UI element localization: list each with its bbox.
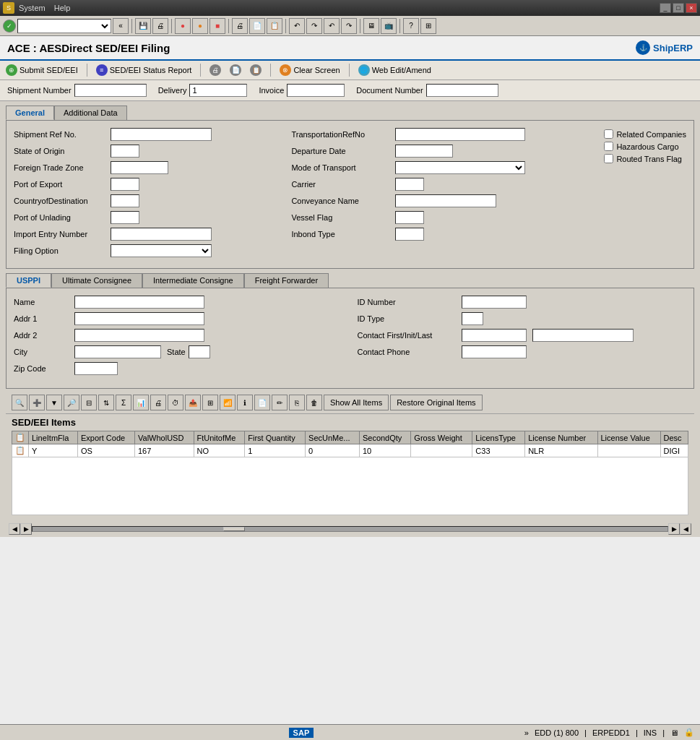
items-add-btn[interactable]: ➕ [29, 395, 45, 410]
toolbar-btn4[interactable]: 🖨 [232, 18, 248, 34]
items-grid-btn[interactable]: ⊞ [202, 395, 218, 410]
maximize-button[interactable]: □ [673, 3, 684, 13]
usppi-contact-last-input[interactable] [532, 329, 634, 342]
web-edit-button[interactable]: 🌐 Web Edit/Amend [358, 64, 431, 76]
restore-original-items-button[interactable]: Restore Original Items [390, 395, 482, 410]
scroll-right-btn[interactable]: ▶ [20, 523, 32, 535]
tab-usppi[interactable]: USPPI [6, 273, 51, 288]
tab-freight-forwarder[interactable]: Freight Forwarder [244, 273, 329, 288]
clear-screen-button[interactable]: ⊗ Clear Screen [280, 64, 340, 76]
usppi-zip-input[interactable] [74, 362, 118, 375]
usppi-city-input[interactable] [74, 345, 161, 358]
minimize-button[interactable]: _ [660, 3, 671, 13]
related-companies-checkbox[interactable] [604, 129, 613, 139]
usppi-contact-first-input[interactable] [462, 329, 527, 342]
print-button3[interactable]: 📋 [250, 64, 262, 76]
help-menu[interactable]: Help [54, 4, 71, 12]
items-sort-btn[interactable]: ⇅ [98, 395, 114, 410]
items-info-btn[interactable]: ℹ [237, 395, 253, 410]
toolbar-print[interactable]: 🖨 [152, 18, 168, 34]
document-number-input[interactable] [426, 84, 498, 97]
toolbar-help[interactable]: ? [403, 18, 419, 34]
print-button1[interactable]: 🖨 [209, 64, 221, 76]
tab-additional-data[interactable]: Additional Data [54, 106, 127, 120]
toolbar-dropdown[interactable] [17, 19, 111, 33]
vessel-flag-input[interactable] [395, 211, 424, 224]
items-clock-btn[interactable]: ⏱ [168, 395, 183, 410]
status-report-button[interactable]: ≡ SED/EEI Status Report [96, 64, 192, 76]
port-of-export-input[interactable] [111, 178, 139, 191]
close-button[interactable]: × [686, 3, 697, 13]
print-button2[interactable]: 📄 [230, 64, 241, 76]
invoice-input[interactable] [287, 84, 345, 97]
routed-trans-check[interactable]: Routed Trans Flag [604, 154, 686, 163]
items-filter2-btn[interactable]: ⊟ [81, 395, 97, 410]
toolbar-save[interactable]: 💾 [135, 18, 151, 34]
horizontal-scrollbar[interactable]: ◀ ▶ ▶ ◀ [6, 521, 694, 537]
scroll-thumb[interactable] [223, 527, 245, 531]
toolbar-btn5[interactable]: 📄 [249, 18, 265, 34]
mode-transport-select[interactable] [395, 161, 525, 174]
routed-trans-checkbox[interactable] [604, 154, 613, 163]
items-doc-btn[interactable]: 📄 [254, 395, 270, 410]
items-sum-btn[interactable]: Σ [116, 395, 131, 410]
toolbar-back-btn[interactable]: ✓ [3, 20, 16, 33]
toolbar-btn7[interactable]: ↶ [289, 18, 305, 34]
tab-general[interactable]: General [6, 106, 54, 120]
delivery-input[interactable] [189, 84, 247, 97]
state-of-origin-input[interactable] [111, 145, 139, 158]
carrier-input[interactable] [395, 178, 424, 191]
departure-date-input[interactable] [395, 145, 453, 158]
scroll-left-btn[interactable]: ◀ [9, 523, 20, 535]
tab-ultimate-consignee[interactable]: Ultimate Consignee [51, 273, 142, 288]
toolbar-btn2[interactable]: ● [192, 18, 208, 34]
scroll-right-end-btn[interactable]: ▶ [668, 523, 680, 535]
related-companies-check[interactable]: Related Companies [604, 129, 686, 139]
shipment-number-input[interactable] [74, 84, 147, 97]
toolbar-btn8[interactable]: ↷ [306, 18, 322, 34]
toolbar-btn12[interactable]: 📺 [381, 18, 397, 34]
scroll-track[interactable] [32, 526, 668, 532]
items-find-btn[interactable]: 🔎 [64, 395, 79, 410]
toolbar-btn6[interactable]: 📋 [267, 18, 282, 34]
tab-intermediate-consigne[interactable]: Intermediate Consigne [142, 273, 244, 288]
items-search-btn[interactable]: 🔍 [12, 395, 27, 410]
items-delete-btn[interactable]: 🗑 [306, 395, 322, 410]
scroll-left-end-btn[interactable]: ◀ [680, 523, 691, 535]
items-bar-btn[interactable]: 📶 [220, 395, 236, 410]
shipment-ref-input[interactable] [111, 128, 212, 141]
country-destination-input[interactable] [111, 194, 139, 207]
port-unlading-input[interactable] [111, 211, 139, 224]
items-copy-btn[interactable]: ⎘ [289, 395, 305, 410]
system-menu[interactable]: System [19, 4, 46, 12]
transport-ref-input[interactable] [395, 128, 525, 141]
show-all-items-button[interactable]: Show All Items [324, 395, 389, 410]
usppi-id-number-input[interactable] [462, 296, 527, 309]
usppi-id-type-input[interactable] [462, 312, 483, 325]
filing-option-select[interactable] [111, 244, 212, 257]
items-edit-btn[interactable]: ✏ [272, 395, 288, 410]
inbond-type-input[interactable] [395, 228, 424, 241]
items-export-btn[interactable]: 📤 [185, 395, 201, 410]
usppi-phone-input[interactable] [462, 345, 527, 358]
toolbar-btn11[interactable]: 🖥 [363, 18, 379, 34]
usppi-addr1-input[interactable] [74, 312, 204, 325]
foreign-trade-zone-input[interactable] [111, 161, 168, 174]
usppi-name-input[interactable] [74, 296, 204, 309]
items-filter-btn[interactable]: ▼ [46, 395, 62, 410]
toolbar-grid[interactable]: ⊞ [420, 18, 436, 34]
usppi-addr2-input[interactable] [74, 329, 204, 342]
import-entry-input[interactable] [111, 228, 212, 241]
submit-sed-eei-button[interactable]: ⊕ Submit SED/EEI [6, 64, 78, 76]
conveyance-name-input[interactable] [395, 194, 496, 207]
toolbar-btn10[interactable]: ↷ [341, 18, 357, 34]
toolbar-btn3[interactable]: ■ [209, 18, 225, 34]
hazardous-cargo-checkbox[interactable] [604, 142, 613, 151]
toolbar-btn9[interactable]: ↶ [324, 18, 340, 34]
usppi-state-input[interactable] [189, 345, 210, 358]
toolbar-nav-left[interactable]: « [113, 18, 129, 34]
hazardous-cargo-check[interactable]: Hazardous Cargo [604, 142, 686, 151]
items-print-btn[interactable]: 🖨 [150, 395, 166, 410]
toolbar-btn1[interactable]: ● [175, 18, 191, 34]
items-chart-btn[interactable]: 📊 [133, 395, 149, 410]
